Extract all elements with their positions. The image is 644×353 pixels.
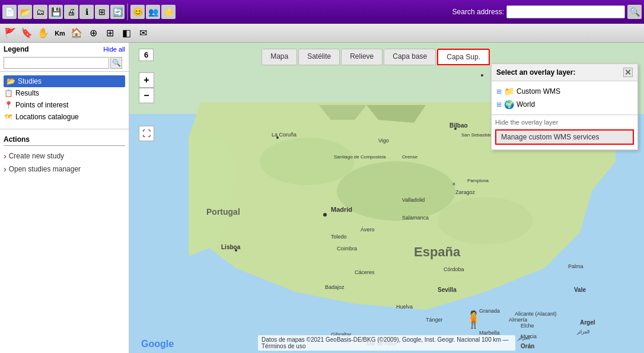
overlay-label-custom-wms: Custom WMS — [517, 87, 560, 96]
legend-search-input[interactable] — [4, 57, 109, 69]
tree-label-studies: Studies — [18, 77, 42, 85]
overlay-close-button[interactable]: ✕ — [623, 68, 633, 77]
svg-text:Palma: Palma — [568, 263, 584, 269]
svg-point-8 — [438, 197, 533, 244]
legend-search-button[interactable]: 🔍 — [110, 57, 122, 69]
tab-mapa[interactable]: Mapa — [262, 49, 297, 65]
panel-divider — [0, 129, 129, 129]
print-icon[interactable]: 🖨 — [64, 5, 78, 19]
expand-icon-1: ⊞ — [496, 88, 502, 96]
tree-label-results: Results — [15, 89, 39, 97]
hide-all-link[interactable]: Hide all — [103, 46, 125, 53]
hide-overlay-link[interactable]: Hide the overlay layer — [495, 117, 634, 127]
secondary-toolbar: 🚩 🔖 ✋ Km 🏠 ⊕ ⊞ ◧ ✉ — [0, 24, 644, 43]
map-attribution: Datos de mapas ©2021 GeoBasis-DE/BKG (©2… — [258, 335, 515, 351]
face-icon[interactable]: 😊 — [130, 5, 145, 19]
tree-label-locations: Locations catalogue — [15, 113, 79, 121]
window-icon[interactable]: ⊞ — [102, 26, 117, 41]
main-toolbar: 📄 📂 🗂 💾 🖨 ℹ ⊞ 🔄 😊 👥 ⭐ Search address: 🔍 — [0, 0, 644, 24]
pegman-icon[interactable]: 🧍 — [463, 310, 484, 329]
zoom-in-button[interactable]: + — [139, 72, 154, 88]
results-icon: 📋 — [4, 88, 13, 98]
svg-text:La Coruña: La Coruña — [272, 132, 297, 138]
new-doc-icon[interactable]: 📄 — [2, 5, 17, 19]
tree-item-studies[interactable]: 📂 Studies — [4, 75, 125, 87]
svg-text:a: a — [452, 181, 455, 186]
svg-text:Vale: Vale — [574, 287, 586, 293]
map-area[interactable]: Madrid La Coruña Bilbao San Sebastián Li… — [129, 43, 644, 353]
sep1 — [127, 4, 128, 20]
info-icon[interactable]: ℹ — [79, 5, 94, 19]
hand-tool-icon[interactable]: ✋ — [36, 26, 51, 41]
svg-point-6 — [260, 138, 355, 185]
legend-title: Legend — [4, 45, 29, 53]
svg-text:Valladolid: Valladolid — [402, 197, 425, 203]
create-new-study-label: Create new study — [9, 152, 64, 160]
users-icon[interactable]: 👥 — [146, 5, 160, 19]
svg-text:Huelva: Huelva — [396, 304, 413, 310]
search-label: Search address: — [452, 8, 504, 16]
bookmark-icon[interactable]: 🔖 — [19, 26, 34, 41]
svg-text:Lisboa: Lisboa — [221, 244, 241, 250]
refresh-icon[interactable]: 🔄 — [110, 5, 125, 19]
overlay-panel: Select an overlay layer: ✕ ⊞ 📁 Custom WM… — [491, 63, 638, 150]
svg-text:Badajoz: Badajoz — [325, 284, 345, 290]
svg-text:Portugal: Portugal — [206, 207, 240, 217]
svg-text:Salamanca: Salamanca — [402, 215, 429, 221]
flag-icon[interactable]: 🚩 — [2, 26, 18, 41]
svg-text:Alicante (Alacant): Alicante (Alacant) — [515, 311, 557, 317]
svg-text:Coimbra: Coimbra — [337, 246, 357, 252]
svg-text:Zaragoz: Zaragoz — [455, 189, 476, 195]
svg-text:الجزائر: الجزائر — [517, 335, 530, 341]
open-folder-icon[interactable]: 📂 — [18, 5, 32, 19]
expand-icon-2: ⊞ — [496, 101, 502, 109]
star-icon[interactable]: ⭐ — [161, 5, 176, 19]
legend-search: 🔍 — [4, 57, 125, 69]
svg-text:Toledo: Toledo — [331, 234, 347, 240]
svg-rect-4 — [129, 114, 189, 353]
manage-wms-button[interactable]: Manage custom WMS services — [495, 129, 634, 145]
fullscreen-button[interactable]: ⛶ — [139, 126, 154, 141]
svg-text:Orense: Orense — [402, 154, 418, 160]
mail-icon[interactable]: ✉ — [135, 26, 151, 41]
tree-item-results[interactable]: 📋 Results — [4, 87, 125, 99]
main-area: Legend Hide all 🔍 📂 Studies 📋 Results 📍 … — [0, 43, 644, 353]
tab-capa-sup[interactable]: Capa Sup. — [437, 49, 490, 65]
svg-text:Cáceres: Cáceres — [355, 269, 375, 275]
folder2-icon[interactable]: 🗂 — [33, 5, 47, 19]
overlay-title: Select an overlay layer: — [496, 68, 575, 77]
create-new-study-action[interactable]: › Create new study — [4, 150, 125, 163]
overlay-item-world[interactable]: ⊞ 🌍 World — [495, 98, 634, 111]
add-layer-icon[interactable]: ⊕ — [85, 26, 101, 41]
google-logo: Google — [141, 339, 174, 349]
zoom-controls: + − — [139, 72, 154, 103]
km-tool-icon[interactable]: Km — [52, 26, 68, 41]
tab-satelite[interactable]: Satélite — [298, 49, 340, 65]
svg-text:Sevilla: Sevilla — [438, 287, 457, 293]
svg-text:Elche: Elche — [521, 323, 534, 329]
home-icon[interactable]: 🏠 — [69, 26, 84, 41]
tree-item-poi[interactable]: 📍 Points of interest — [4, 99, 125, 111]
layers-icon[interactable]: ◧ — [119, 26, 134, 41]
overlay-bottom: Hide the overlay layer Manage custom WMS… — [492, 115, 637, 150]
save-disk-icon[interactable]: 💾 — [49, 5, 63, 19]
tree-label-poi: Points of interest — [15, 101, 68, 109]
tab-relieve[interactable]: Relieve — [341, 49, 382, 65]
actions-title: Actions — [4, 135, 125, 146]
zoom-out-button[interactable]: − — [139, 88, 154, 103]
legend-header: Legend Hide all — [4, 45, 125, 53]
svg-text:Santiago de Compostela: Santiago de Compostela — [334, 154, 386, 160]
svg-point-11 — [323, 213, 327, 217]
svg-text:Madrid: Madrid — [331, 206, 352, 213]
svg-text:Almería: Almería — [509, 317, 527, 323]
search-button[interactable]: 🔍 — [627, 5, 642, 19]
svg-text:Orán: Orán — [521, 343, 534, 349]
search-address-input[interactable] — [506, 5, 625, 18]
tree-item-locations[interactable]: 🗺 Locations catalogue — [4, 111, 125, 123]
grid-icon[interactable]: ⊞ — [95, 5, 109, 19]
overlay-header: Select an overlay layer: ✕ — [492, 64, 637, 81]
open-studies-manager-action[interactable]: › Open studies manager — [4, 163, 125, 176]
overlay-content: ⊞ 📁 Custom WMS ⊞ 🌍 World — [492, 81, 637, 115]
tab-capa-base[interactable]: Capa base — [384, 49, 436, 65]
overlay-item-custom-wms[interactable]: ⊞ 📁 Custom WMS — [495, 85, 634, 98]
